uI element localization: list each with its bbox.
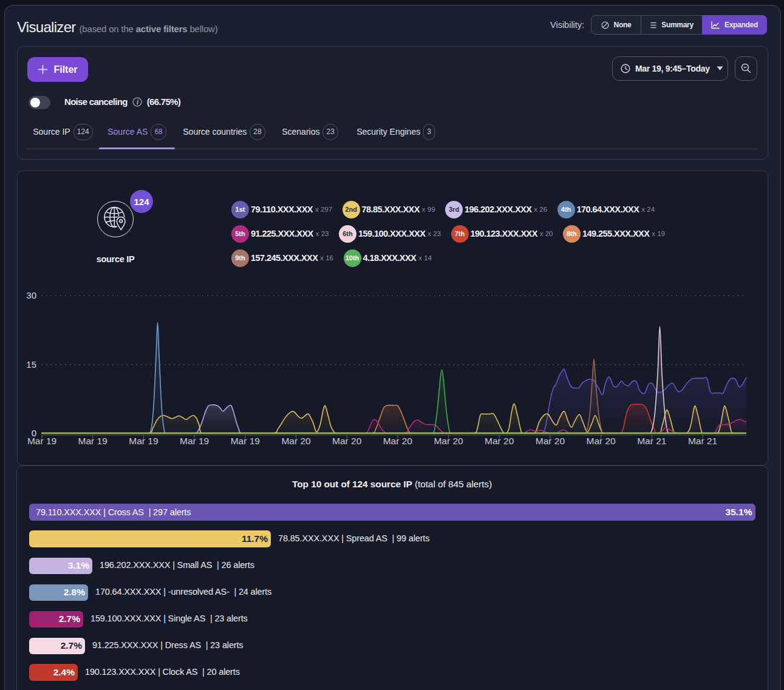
svg-text:Mar 20: Mar 20 <box>332 436 362 446</box>
svg-text:Mar 20: Mar 20 <box>586 436 616 446</box>
svg-text:Mar 19: Mar 19 <box>180 436 209 446</box>
svg-text:Mar 19: Mar 19 <box>27 436 56 446</box>
svg-text:Mar 19: Mar 19 <box>129 436 158 446</box>
svg-text:Mar 20: Mar 20 <box>485 436 514 446</box>
svg-text:30: 30 <box>26 290 36 300</box>
svg-text:i: i <box>137 98 139 106</box>
svg-text:Mar 20: Mar 20 <box>281 436 311 446</box>
svg-text:Mar 21: Mar 21 <box>637 436 666 446</box>
svg-text:Mar 21: Mar 21 <box>688 436 717 446</box>
svg-text:15: 15 <box>26 359 36 370</box>
svg-text:Mar 20: Mar 20 <box>536 436 565 446</box>
svg-text:Mar 19: Mar 19 <box>231 436 260 446</box>
svg-text:Mar 20: Mar 20 <box>434 436 463 446</box>
svg-text:Mar 19: Mar 19 <box>78 436 107 446</box>
svg-text:Mar 20: Mar 20 <box>383 436 413 446</box>
